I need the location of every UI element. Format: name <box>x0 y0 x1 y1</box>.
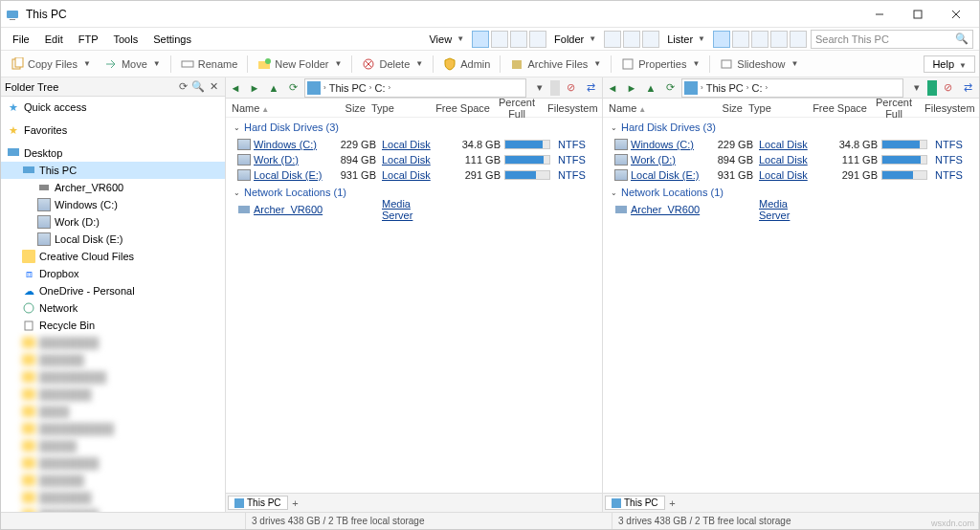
copy-files-button[interactable]: Copy Files▼ <box>5 54 97 75</box>
tree-network[interactable]: Network <box>1 299 225 317</box>
tree-onedrive[interactable]: ☁OneDrive - Personal <box>1 282 225 299</box>
drive-row[interactable]: Work (D:) 894 GB Local Disk 111 GB NTFS <box>228 152 602 167</box>
nav-swap-button[interactable]: ⇄ <box>581 78 600 98</box>
minimize-button[interactable] <box>860 3 899 26</box>
tab-add-button[interactable]: + <box>665 497 680 509</box>
pane-tab[interactable]: This PC <box>605 496 665 510</box>
tree-drive-d[interactable]: Work (D:) <box>1 213 225 231</box>
delete-button[interactable]: Delete▼ <box>356 54 429 75</box>
menu-ftp[interactable]: FTP <box>71 28 106 50</box>
tree-recycle-bin[interactable]: Recycle Bin <box>1 317 225 334</box>
menu-edit[interactable]: Edit <box>37 28 71 50</box>
lister-mode-3[interactable] <box>751 31 768 48</box>
pane-indicator[interactable] <box>550 80 560 96</box>
nav-forward-button[interactable]: ► <box>622 78 641 98</box>
tree-this-pc[interactable]: This PC <box>1 162 225 179</box>
properties-button[interactable]: Properties▼ <box>615 54 705 75</box>
pane-indicator[interactable] <box>927 80 937 96</box>
header-percent[interactable]: Percent Full <box>490 97 544 120</box>
nav-forward-button[interactable]: ► <box>245 78 264 98</box>
tree-drive-c[interactable]: Windows (C:) <box>1 196 225 213</box>
help-button[interactable]: Help ▼ <box>924 55 975 73</box>
header-name[interactable]: Name▲ <box>609 102 695 114</box>
tree-favorites[interactable]: ★Favorites <box>1 121 225 139</box>
menu-settings[interactable]: Settings <box>145 28 199 50</box>
menu-tools[interactable]: Tools <box>105 28 145 50</box>
header-percent[interactable]: Percent Full <box>867 97 921 120</box>
lister-mode-1[interactable] <box>713 31 730 48</box>
group-hard-disks[interactable]: ⌄Hard Disk Drives (3) <box>228 118 602 137</box>
sidebar-search-icon[interactable]: 🔍 <box>190 80 206 93</box>
breadcrumb[interactable]: › This PC › C: › <box>304 78 526 98</box>
menu-file[interactable]: File <box>5 28 37 50</box>
tree-drive-e[interactable]: Local Disk (E:) <box>1 231 225 248</box>
drive-row[interactable]: Work (D:) 894 GB Local Disk 111 GB NTFS <box>605 152 979 167</box>
view-mode-2[interactable] <box>491 31 508 48</box>
header-size[interactable]: Size <box>695 102 743 114</box>
nav-stop-button[interactable]: ⊘ <box>561 78 580 98</box>
archive-files-button[interactable]: Archive Files▼ <box>504 54 607 75</box>
network-row[interactable]: Archer_VR600 Media Server <box>605 202 979 217</box>
tab-add-button[interactable]: + <box>288 497 303 509</box>
header-type[interactable]: Type <box>366 102 433 114</box>
lister-dropdown[interactable]: Lister▼ <box>661 30 711 49</box>
nav-swap-button[interactable]: ⇄ <box>958 78 977 98</box>
rename-button[interactable]: Rename <box>175 54 244 75</box>
lister-mode-4[interactable] <box>770 31 788 48</box>
admin-button[interactable]: Admin <box>437 54 496 75</box>
header-type[interactable]: Type <box>743 102 810 114</box>
folder-mode-2[interactable] <box>623 31 640 48</box>
view-mode-1[interactable] <box>472 31 489 48</box>
breadcrumb[interactable]: › This PC › C: › <box>681 78 903 98</box>
sidebar-close-icon[interactable]: ✕ <box>206 80 221 93</box>
slideshow-button[interactable]: Slideshow▼ <box>714 54 804 75</box>
nav-up-button[interactable]: ▲ <box>264 78 283 98</box>
tree-archer[interactable]: Archer_VR600 <box>1 179 225 196</box>
folder-icon <box>22 250 35 263</box>
svg-point-20 <box>24 303 33 313</box>
group-hard-disks[interactable]: ⌄Hard Disk Drives (3) <box>605 118 979 137</box>
nav-refresh-button[interactable]: ⟳ <box>283 78 302 98</box>
search-input[interactable]: Search This PC 🔍 <box>811 30 973 49</box>
drive-row[interactable]: Windows (C:) 229 GB Local Disk 34.8 GB N… <box>228 137 602 152</box>
pane-tab[interactable]: This PC <box>228 496 288 510</box>
nav-up-button[interactable]: ▲ <box>641 78 660 98</box>
pc-icon <box>307 81 321 95</box>
view-mode-4[interactable] <box>529 31 546 48</box>
view-mode-3[interactable] <box>510 31 527 48</box>
pane-content: ⌄Hard Disk Drives (3) Windows (C:) 229 G… <box>226 118 602 493</box>
network-icon <box>22 301 35 315</box>
nav-dropdown-button[interactable]: ▾ <box>907 78 926 98</box>
header-size[interactable]: Size <box>318 102 366 114</box>
drive-row[interactable]: Local Disk (E:) 931 GB Local Disk 291 GB… <box>605 167 979 183</box>
tree-creative-cloud[interactable]: Creative Cloud Files <box>1 248 225 265</box>
new-folder-button[interactable]: New Folder▼ <box>252 54 347 75</box>
header-filesystem[interactable]: Filesystem <box>544 102 591 114</box>
header-free[interactable]: Free Space <box>810 102 867 114</box>
tree-desktop[interactable]: Desktop <box>1 144 225 162</box>
header-name[interactable]: Name▲ <box>232 102 318 114</box>
drive-row[interactable]: Local Disk (E:) 931 GB Local Disk 291 GB… <box>228 167 602 183</box>
search-placeholder: Search This PC <box>815 33 889 45</box>
lister-mode-5[interactable] <box>790 31 807 48</box>
lister-mode-2[interactable] <box>732 31 749 48</box>
header-free[interactable]: Free Space <box>433 102 490 114</box>
nav-refresh-button[interactable]: ⟳ <box>660 78 679 98</box>
drive-row[interactable]: Windows (C:) 229 GB Local Disk 34.8 GB N… <box>605 137 979 152</box>
network-row[interactable]: Archer_VR600 Media Server <box>228 202 602 217</box>
nav-dropdown-button[interactable]: ▾ <box>530 78 549 98</box>
folder-mode-3[interactable] <box>642 31 659 48</box>
folder-dropdown[interactable]: Folder▼ <box>548 30 602 49</box>
nav-back-button[interactable]: ◄ <box>603 78 622 98</box>
nav-back-button[interactable]: ◄ <box>226 78 245 98</box>
tree-dropbox[interactable]: ⧈Dropbox <box>1 265 225 282</box>
move-button[interactable]: Move▼ <box>99 54 167 75</box>
view-dropdown[interactable]: View▼ <box>423 30 470 49</box>
maximize-button[interactable] <box>899 3 937 26</box>
header-filesystem[interactable]: Filesystem <box>921 102 969 114</box>
tree-quick-access[interactable]: ★Quick access <box>1 99 225 116</box>
close-button[interactable] <box>937 3 975 26</box>
nav-stop-button[interactable]: ⊘ <box>938 78 957 98</box>
folder-mode-1[interactable] <box>604 31 621 48</box>
sidebar-refresh-icon[interactable]: ⟳ <box>175 80 190 93</box>
